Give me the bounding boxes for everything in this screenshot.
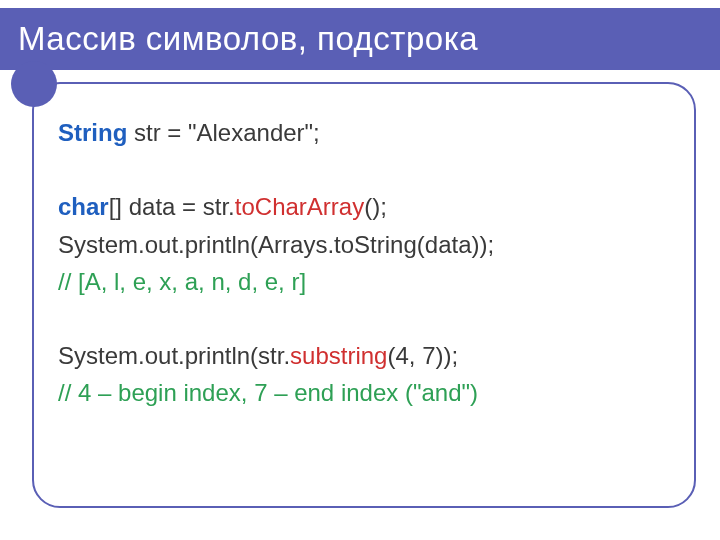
code-text: (4, 7)); xyxy=(387,342,458,369)
method-substring: substring xyxy=(290,342,387,369)
corner-knob xyxy=(11,61,57,107)
method-tochararray: toCharArray xyxy=(235,193,364,220)
code-block: String str = "Alexander"; char[] data = … xyxy=(58,114,676,412)
comment: // [A, l, e, x, a, n, d, e, r] xyxy=(58,268,306,295)
content-card: String str = "Alexander"; char[] data = … xyxy=(32,82,696,508)
slide-title: Массив символов, подстрока xyxy=(18,20,478,58)
code-text: System.out.println(str. xyxy=(58,342,290,369)
title-band: Массив символов, подстрока xyxy=(0,8,720,70)
keyword-char: char xyxy=(58,193,109,220)
comment: // 4 – begin index, 7 – end index ("and"… xyxy=(58,379,478,406)
code-text: (); xyxy=(364,193,387,220)
keyword-string: String xyxy=(58,119,127,146)
code-text: [] data = str. xyxy=(109,193,235,220)
code-text: System.out.println(Arrays.toString(data)… xyxy=(58,231,494,258)
code-text: str = "Alexander"; xyxy=(127,119,319,146)
